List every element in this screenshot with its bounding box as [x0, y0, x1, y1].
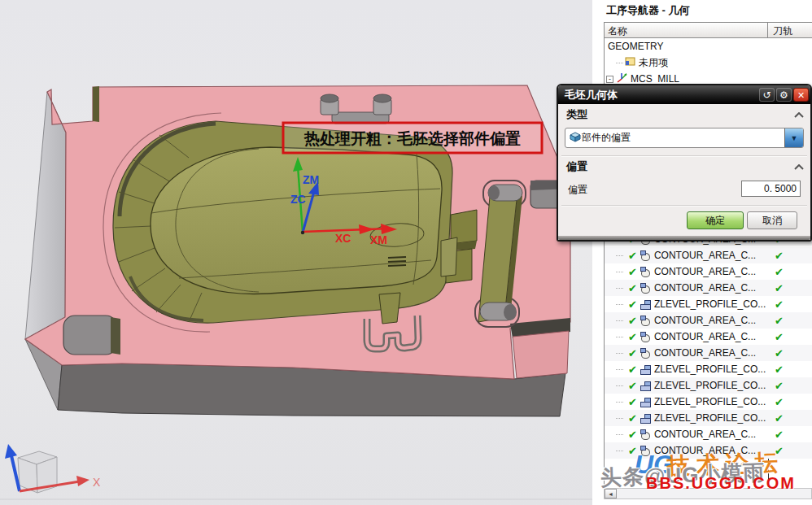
- toolpath-check-icon: ✔: [775, 332, 784, 342]
- type-section-header[interactable]: 类型: [566, 107, 804, 123]
- offset-field-row: 偏置 0. 5000: [558, 180, 810, 199]
- ok-button[interactable]: 确定: [687, 211, 744, 229]
- toolpath-check-icon: ✔: [775, 397, 784, 407]
- operation-row[interactable]: ✔ CONTOUR_AREA_C... ✔: [605, 312, 812, 329]
- close-icon[interactable]: ✕: [793, 88, 809, 102]
- operation-type-icon: [640, 332, 651, 342]
- blank-geometry-dialog: 毛坯几何体 ↺ ⚙ ✕ 类型 部件的偏置 ▼ 偏置: [557, 84, 812, 242]
- operation-name: ZLEVEL_PROFILE_CO...: [654, 396, 766, 407]
- status-check-icon: ✔: [628, 283, 637, 294]
- dialog-bottom-edge: [558, 236, 810, 240]
- operation-name: CONTOUR_AREA_C...: [654, 429, 756, 440]
- tree-guide: [616, 272, 623, 272]
- operation-row[interactable]: ✔ CONTOUR_AREA_C... ✔: [605, 247, 812, 263]
- operation-type-icon: [640, 267, 651, 277]
- operation-row[interactable]: ✔ CONTOUR_AREA_C... ✔: [605, 280, 812, 296]
- tree-item-label: 未用项: [639, 56, 668, 70]
- operation-navigator-panel: 工序导航器 - 几何 名称 刀轨 GEOMETRY 未用项 -: [592, 0, 812, 505]
- operation-type-icon: [640, 413, 651, 424]
- scroll-left-arrow[interactable]: ◄: [605, 489, 617, 498]
- operation-row[interactable]: ✔ CONTOUR_AREA_C... ✔: [605, 263, 812, 280]
- operation-row[interactable]: ✔ CONTOUR_AREA_C... ✔: [605, 329, 812, 345]
- zm-axis-label: ZM: [303, 173, 319, 186]
- toolpath-check-icon: ✔: [775, 413, 784, 424]
- operation-row[interactable]: ✔ ZLEVEL_PROFILE_CO... ✔: [605, 361, 812, 377]
- operation-name: CONTOUR_AREA_C...: [654, 282, 756, 294]
- tree-guide: [616, 451, 623, 451]
- zc-axis-label: ZC: [290, 193, 306, 206]
- xm-axis-label: XM: [370, 233, 387, 246]
- xc-axis-label: XC: [335, 232, 351, 245]
- tree-row-geometry[interactable]: GEOMETRY: [605, 38, 812, 54]
- operation-type-icon: [640, 250, 651, 261]
- reset-icon[interactable]: ↺: [759, 88, 775, 102]
- status-check-icon: ✔: [628, 381, 637, 391]
- status-check-icon: ✔: [628, 446, 637, 456]
- annotation-callout: 热处理开粗：毛胚选择部件偏置: [283, 123, 542, 153]
- operation-name: CONTOUR_AREA_C...: [654, 347, 756, 359]
- tree-guide: [616, 63, 623, 63]
- column-header-toolpath[interactable]: 刀轨: [768, 23, 792, 37]
- toolpath-check-icon: ✔: [775, 250, 784, 261]
- operation-name: ZLEVEL_PROFILE_CO...: [654, 364, 766, 375]
- status-check-icon: ✔: [628, 413, 637, 424]
- operation-type-icon: [640, 283, 651, 294]
- chevron-up-icon[interactable]: [794, 164, 804, 170]
- operations-list: ✔ CONTOUR_AREA_C... ✔ ✔ CONTOUR_AREA_C..…: [605, 231, 812, 459]
- chevron-down-icon[interactable]: ▼: [784, 128, 803, 147]
- offset-geometry-icon: [565, 131, 582, 146]
- operation-type-icon: [640, 348, 651, 359]
- tree-guide: [616, 369, 623, 370]
- offset-field-label: 偏置: [568, 183, 587, 197]
- operation-name: ZLEVEL_PROFILE_CO...: [654, 380, 766, 391]
- operation-type-icon: [640, 299, 651, 310]
- toolpath-check-icon: ✔: [775, 316, 784, 326]
- tree-guide: [616, 320, 623, 321]
- dialog-titlebar[interactable]: 毛坯几何体 ↺ ⚙ ✕: [558, 85, 810, 104]
- toolpath-check-icon: ✔: [775, 283, 784, 294]
- offset-value-input[interactable]: 0. 5000: [741, 181, 801, 197]
- status-check-icon: ✔: [628, 267, 637, 277]
- operation-row[interactable]: ✔ CONTOUR_AREA_C... ✔: [605, 426, 812, 442]
- cancel-button[interactable]: 取消: [747, 211, 797, 229]
- horizontal-scrollbar[interactable]: ◄: [604, 488, 812, 499]
- operation-type-icon: [640, 446, 651, 456]
- operation-name: CONTOUR_AREA_C...: [654, 331, 756, 342]
- operation-row[interactable]: ✔ ZLEVEL_PROFILE_CO... ✔: [605, 410, 812, 426]
- toolpath-check-icon: ✔: [775, 364, 784, 375]
- tree-guide: [616, 288, 623, 289]
- status-check-icon: ✔: [628, 364, 637, 375]
- operation-row[interactable]: ✔ ZLEVEL_PROFILE_CO... ✔: [605, 394, 812, 410]
- offset-section-label: 偏置: [566, 159, 587, 174]
- status-check-icon: ✔: [628, 397, 637, 407]
- triad-x-label: X: [93, 476, 101, 489]
- operation-name: ZLEVEL_PROFILE_CO...: [654, 298, 766, 310]
- gear-icon[interactable]: ⚙: [776, 88, 792, 102]
- operation-row[interactable]: ✔ CONTOUR_AREA_C... ✔: [605, 345, 812, 361]
- column-header-name[interactable]: 名称: [605, 23, 768, 37]
- operation-type-icon: [640, 316, 651, 326]
- operation-name: CONTOUR_AREA_C...: [654, 266, 756, 277]
- tree-guide: [616, 418, 623, 419]
- viewport-3d[interactable]: ZM ZC XC XM 热处理开粗：毛胚选择部件偏置 X: [0, 0, 592, 505]
- tree-guide: [616, 385, 623, 386]
- separator: [561, 155, 807, 157]
- operation-row[interactable]: ✔ ZLEVEL_PROFILE_CO... ✔: [605, 377, 812, 394]
- dialog-title: 毛坯几何体: [558, 88, 759, 102]
- operation-row[interactable]: ✔ CONTOUR_AREA_C... ✔: [605, 442, 812, 459]
- separator: [561, 205, 807, 207]
- toolpath-check-icon: ✔: [775, 446, 784, 456]
- chevron-up-icon[interactable]: [794, 112, 804, 118]
- tree-row-unused-items[interactable]: 未用项: [605, 54, 812, 71]
- blank-type-dropdown[interactable]: 部件的偏置 ▼: [565, 128, 804, 148]
- status-check-icon: ✔: [628, 429, 637, 440]
- tree-guide: [616, 337, 623, 337]
- operation-name: CONTOUR_AREA_C...: [654, 250, 756, 261]
- status-check-icon: ✔: [628, 250, 637, 261]
- table-header: 名称 刀轨: [605, 23, 812, 38]
- toolpath-check-icon: ✔: [775, 267, 784, 277]
- offset-section-header[interactable]: 偏置: [566, 159, 804, 175]
- collapse-expander-icon[interactable]: -: [606, 76, 613, 83]
- operation-row[interactable]: ✔ ZLEVEL_PROFILE_CO... ✔: [605, 296, 812, 312]
- toolpath-check-icon: ✔: [775, 348, 784, 359]
